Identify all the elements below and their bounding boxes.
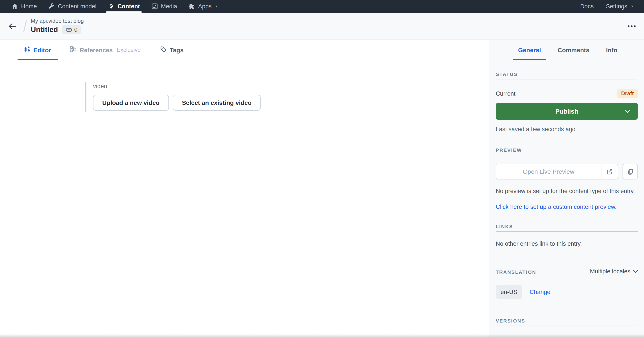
references-icon bbox=[70, 46, 76, 54]
locales-selector[interactable]: Multiple locales bbox=[590, 268, 638, 275]
sidebar-content: STATUS Current Draft Publish Last saved … bbox=[489, 72, 644, 326]
app-window: Home Content model Content Media bbox=[0, 0, 644, 337]
breadcrumb: My api.video test blog bbox=[31, 18, 84, 24]
section-title: LINKS bbox=[496, 224, 513, 229]
puzzle-icon bbox=[188, 3, 195, 10]
tab-general[interactable]: General bbox=[513, 40, 546, 60]
tab-label: Tags bbox=[170, 46, 184, 53]
pen-nib-icon bbox=[108, 3, 114, 10]
more-actions-button[interactable] bbox=[627, 22, 636, 30]
locale-badge: en-US bbox=[496, 285, 522, 299]
title-block: My api.video test blog Untitled 0 bbox=[31, 18, 84, 34]
editor-icon bbox=[24, 46, 30, 54]
nav-item-media[interactable]: Media bbox=[146, 0, 183, 13]
nav-item-content-model[interactable]: Content model bbox=[42, 0, 102, 13]
nav-right-group: Docs Settings ▾ bbox=[574, 0, 639, 13]
dot bbox=[631, 25, 632, 27]
section-title: PREVIEW bbox=[496, 148, 522, 153]
preview-section-heading: PREVIEW bbox=[496, 148, 638, 155]
tab-label: Comments bbox=[558, 46, 590, 53]
open-live-preview-label: Open Live Preview bbox=[496, 164, 601, 179]
copy-link-button[interactable] bbox=[622, 164, 638, 180]
top-navigation: Home Content model Content Media bbox=[0, 0, 644, 13]
media-icon bbox=[151, 3, 158, 10]
tab-editor[interactable]: Editor bbox=[18, 40, 58, 60]
link-count: 0 bbox=[74, 26, 77, 33]
translation-section-heading: TRANSLATION Multiple locales bbox=[496, 268, 638, 277]
locale-row: en-US Change bbox=[496, 285, 638, 299]
select-existing-video-button[interactable]: Select an existing video bbox=[173, 95, 260, 110]
nav-item-docs[interactable]: Docs bbox=[574, 3, 600, 10]
wrench-icon bbox=[48, 3, 55, 10]
current-status-row: Current Draft bbox=[496, 89, 638, 98]
section-title: STATUS bbox=[496, 72, 518, 77]
preview-actions: Open Live Preview bbox=[496, 164, 638, 180]
dot bbox=[634, 25, 636, 27]
tab-label: References bbox=[80, 46, 113, 53]
chevron-down-icon bbox=[633, 270, 638, 273]
publish-label: Publish bbox=[556, 108, 578, 115]
back-button[interactable] bbox=[7, 21, 18, 31]
copy-icon bbox=[627, 168, 633, 175]
tab-label: General bbox=[518, 46, 541, 53]
workbench: Editor References Exclusive Tags bbox=[0, 40, 644, 337]
link-count-badge[interactable]: 0 bbox=[62, 25, 81, 34]
dot bbox=[628, 25, 629, 27]
editor-canvas: video Upload a new video Select an exist… bbox=[0, 60, 489, 112]
main-tabbar: Editor References Exclusive Tags bbox=[0, 40, 489, 60]
exclusive-badge: Exclusive bbox=[117, 46, 141, 53]
nav-item-content[interactable]: Content bbox=[102, 0, 146, 13]
nav-item-label: Home bbox=[21, 3, 37, 10]
preview-note: No preview is set up for the content typ… bbox=[496, 186, 638, 196]
current-label: Current bbox=[496, 90, 516, 97]
link-icon bbox=[66, 27, 72, 32]
tab-info[interactable]: Info bbox=[601, 40, 622, 60]
change-locale-link[interactable]: Change bbox=[530, 288, 550, 295]
nav-item-label: Media bbox=[161, 3, 177, 10]
publish-button[interactable]: Publish bbox=[496, 103, 638, 120]
chevron-down-icon: ▾ bbox=[631, 4, 633, 8]
chevron-down-icon bbox=[625, 110, 630, 113]
field-label: video bbox=[93, 83, 489, 90]
nav-item-label: Apps bbox=[198, 3, 212, 10]
tab-comments[interactable]: Comments bbox=[552, 40, 595, 60]
page-title: Untitled bbox=[31, 26, 58, 34]
status-badge: Draft bbox=[617, 89, 638, 98]
nav-item-settings[interactable]: Settings ▾ bbox=[600, 3, 639, 10]
open-live-preview-button[interactable]: Open Live Preview bbox=[496, 164, 618, 180]
home-icon bbox=[12, 3, 18, 10]
video-field: video Upload a new video Select an exist… bbox=[85, 82, 489, 112]
locales-selector-label: Multiple locales bbox=[590, 268, 630, 275]
external-link-icon[interactable] bbox=[601, 164, 618, 179]
entry-header: My api.video test blog Untitled 0 bbox=[0, 13, 644, 40]
nav-item-label: Settings bbox=[606, 3, 627, 10]
sidebar-tabbar: General Comments Info bbox=[489, 40, 644, 60]
nav-item-label: Content model bbox=[58, 3, 96, 10]
upload-new-video-button[interactable]: Upload a new video bbox=[93, 95, 169, 110]
tab-label: Info bbox=[606, 46, 617, 53]
nav-item-home[interactable]: Home bbox=[6, 0, 42, 13]
chevron-down-icon: ▾ bbox=[216, 4, 217, 8]
nav-left-group: Home Content model Content Media bbox=[6, 0, 223, 13]
versions-section-heading: VERSIONS bbox=[496, 318, 638, 326]
status-section-heading: STATUS bbox=[496, 72, 638, 80]
links-note: No other entries link to this entry. bbox=[496, 240, 638, 247]
nav-item-label: Docs bbox=[580, 3, 594, 10]
nav-item-label: Content bbox=[118, 3, 140, 10]
nav-item-apps[interactable]: Apps ▾ bbox=[183, 0, 223, 13]
entry-sidebar: General Comments Info STATUS Current Dra… bbox=[489, 40, 644, 337]
tab-tags[interactable]: Tags bbox=[153, 40, 190, 60]
main-panel: Editor References Exclusive Tags bbox=[0, 40, 489, 337]
last-saved-text: Last saved a few seconds ago bbox=[496, 126, 638, 132]
section-title: TRANSLATION bbox=[496, 270, 536, 275]
links-section-heading: LINKS bbox=[496, 224, 638, 232]
arrow-left-icon bbox=[8, 22, 16, 30]
tab-references[interactable]: References Exclusive bbox=[64, 40, 148, 60]
section-title: VERSIONS bbox=[496, 318, 525, 324]
tag-icon bbox=[160, 46, 167, 54]
breadcrumb-divider bbox=[22, 20, 28, 33]
tab-label: Editor bbox=[33, 46, 51, 53]
setup-preview-link[interactable]: Click here to set up a custom content pr… bbox=[496, 204, 616, 210]
